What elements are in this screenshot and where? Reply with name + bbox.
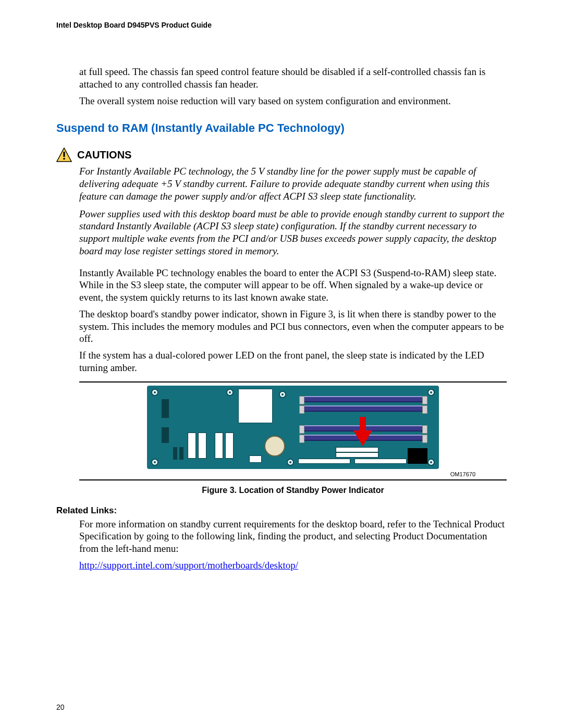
figure-bottom-rule	[79, 479, 507, 480]
figure-caption: Figure 3. Location of Standby Power Indi…	[79, 486, 507, 495]
body-para-1: Instantly Available PC technology enable…	[79, 267, 507, 304]
svg-marker-3	[353, 417, 372, 446]
cautions-heading: CAUTIONS	[77, 149, 131, 161]
svg-rect-2	[63, 158, 65, 159]
figure-id: OM17670	[79, 471, 475, 477]
related-links-para: For more information on standby current …	[79, 518, 507, 555]
caution-para-2: Power supplies used with this desktop bo…	[79, 208, 507, 257]
related-link[interactable]: http://support.intel.com/support/motherb…	[79, 560, 298, 571]
doc-header: Intel Desktop Board D945PVS Product Guid…	[56, 21, 507, 29]
body-para-3: If the system has a dual-colored power L…	[79, 349, 507, 374]
intro-para-2: The overall system noise reduction will …	[79, 95, 507, 107]
intro-para-1: at full speed. The chassis fan speed con…	[79, 66, 507, 91]
caution-icon	[56, 147, 72, 162]
body-para-2: The desktop board's standby power indica…	[79, 308, 507, 345]
caution-para-1: For Instantly Available PC technology, t…	[79, 165, 507, 202]
section-title: Suspend to RAM (Instantly Available PC T…	[56, 121, 507, 135]
related-links-heading: Related Links:	[56, 505, 507, 516]
standby-power-indicator-arrow	[351, 417, 374, 446]
figure-motherboard	[79, 386, 507, 469]
svg-rect-1	[63, 152, 65, 157]
page-number: 20	[56, 703, 65, 711]
figure-top-rule	[79, 381, 507, 382]
